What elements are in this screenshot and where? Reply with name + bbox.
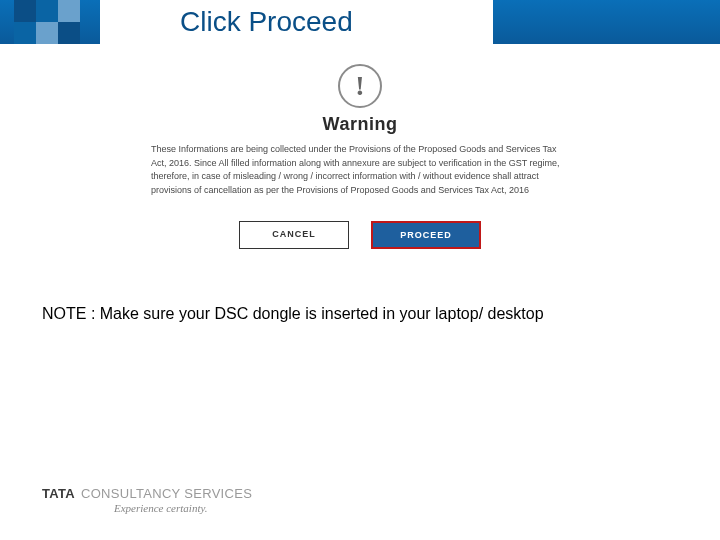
warning-dialog: ! Warning These Informations are being c… (145, 64, 575, 249)
decorative-square (36, 22, 58, 44)
decorative-square (58, 22, 80, 44)
warning-glyph: ! (355, 70, 364, 102)
slide-title: Click Proceed (180, 6, 353, 38)
dialog-buttons: CANCEL PROCEED (145, 221, 575, 249)
cancel-button[interactable]: CANCEL (239, 221, 349, 249)
warning-heading: Warning (145, 114, 575, 135)
decorative-square (14, 22, 36, 44)
proceed-button[interactable]: PROCEED (371, 221, 481, 249)
decorative-square (58, 0, 80, 22)
note-text: NOTE : Make sure your DSC dongle is inse… (42, 305, 720, 323)
brand-line: TATA CONSULTANCY SERVICES (42, 486, 252, 501)
decorative-square (36, 0, 58, 22)
decorative-square (14, 0, 36, 22)
title-container: Click Proceed (100, 0, 493, 44)
header-bar: Click Proceed (0, 0, 720, 44)
warning-body-text: These Informations are being collected u… (145, 143, 575, 197)
brand-tagline: Experience certainty. (114, 502, 252, 514)
brand-light: CONSULTANCY SERVICES (81, 486, 252, 501)
logo-squares (14, 0, 80, 44)
footer-logo: TATA CONSULTANCY SERVICES Experience cer… (42, 486, 252, 514)
warning-icon: ! (338, 64, 382, 108)
brand-bold: TATA (42, 486, 75, 501)
